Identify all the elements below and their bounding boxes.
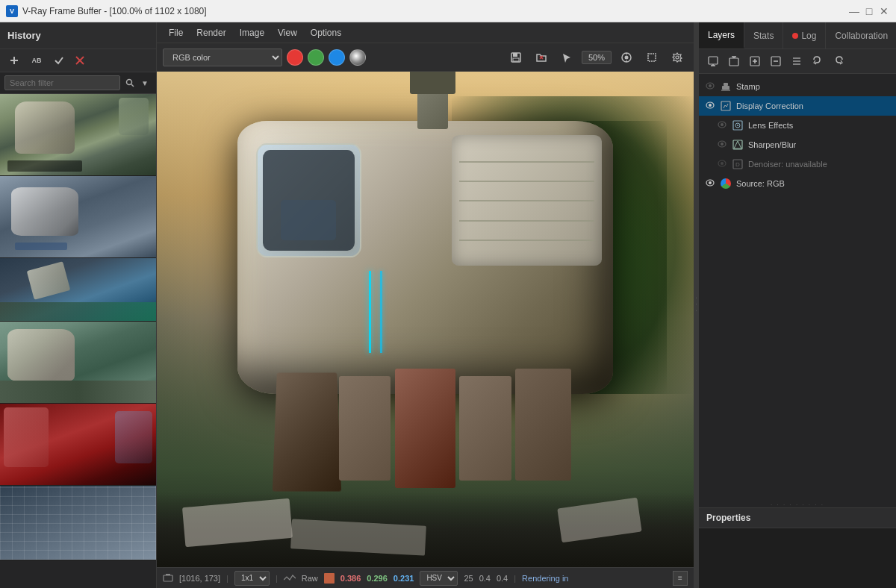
svg-point-54 <box>721 162 724 165</box>
svg-line-43 <box>727 104 728 107</box>
svg-point-58 <box>709 181 712 184</box>
navigate-button[interactable] <box>556 48 577 67</box>
minimize-button[interactable]: — <box>848 6 860 16</box>
layer-sharpen-blur[interactable]: Sharpen/Blur <box>711 135 896 154</box>
layer-stamp-name: Stamp <box>736 82 760 91</box>
layer-list-view-button[interactable] <box>787 52 806 70</box>
restore-button[interactable]: □ <box>863 6 875 16</box>
status-s: 0.4 <box>479 574 491 583</box>
render-start-button[interactable] <box>616 48 637 67</box>
svg-rect-8 <box>513 58 519 61</box>
render-settings-button[interactable] <box>667 48 688 67</box>
colorspace-select[interactable]: HSV <box>420 571 458 586</box>
blue-channel-dot[interactable] <box>329 49 345 66</box>
right-tabs: Layers Stats Log Collaboration <box>699 22 896 49</box>
menu-file[interactable]: File <box>163 25 189 40</box>
layer-eye-stamp[interactable] <box>705 81 715 92</box>
history-item[interactable] <box>0 486 156 560</box>
svg-point-45 <box>721 123 724 126</box>
layer-eye-denoiser[interactable] <box>717 159 727 169</box>
status-menu-button[interactable]: ≡ <box>673 571 688 586</box>
svg-rect-22 <box>729 58 738 66</box>
history-ab-button[interactable]: AB <box>25 52 48 69</box>
layer-eye-source[interactable] <box>705 178 715 189</box>
svg-point-16 <box>676 56 679 59</box>
history-panel: History AB ▼ <box>0 22 157 588</box>
close-button[interactable]: ✕ <box>878 6 890 16</box>
history-delete-button[interactable] <box>70 52 90 69</box>
layer-denoiser[interactable]: D Denoiser: unavailable <box>711 154 896 174</box>
save-button[interactable] <box>505 48 526 67</box>
status-h: 25 <box>464 574 473 583</box>
history-item[interactable] <box>0 258 156 322</box>
history-accept-button[interactable] <box>49 52 69 69</box>
layer-remove-button[interactable] <box>766 52 785 70</box>
tab-log[interactable]: Log <box>783 22 826 49</box>
tab-stats[interactable]: Stats <box>744 22 783 49</box>
sampling-select[interactable]: 1x1 <box>234 571 270 586</box>
render-region-button[interactable] <box>641 48 662 67</box>
status-v: 0.4 <box>497 574 508 583</box>
svg-point-12 <box>625 55 629 59</box>
status-coords: [1016, 173] <box>179 574 220 583</box>
history-item[interactable] <box>0 94 156 176</box>
lens-icon <box>732 119 744 131</box>
history-item[interactable] <box>0 404 156 486</box>
history-title: History <box>7 30 41 41</box>
history-item[interactable] <box>0 322 156 404</box>
layer-add-up-button[interactable] <box>724 52 744 70</box>
svg-rect-37 <box>721 90 730 91</box>
svg-marker-52 <box>734 141 741 148</box>
history-add-button[interactable] <box>4 52 24 69</box>
red-channel-dot[interactable] <box>287 49 303 66</box>
drag-handle[interactable]: · · · · · · · · · <box>699 501 896 507</box>
green-channel-dot[interactable] <box>308 49 324 66</box>
layer-eye-sharpen[interactable] <box>717 140 727 150</box>
layer-eye-lens[interactable] <box>717 120 727 131</box>
svg-point-48 <box>737 125 738 126</box>
search-filter-icon[interactable]: ▼ <box>138 76 152 90</box>
history-item[interactable] <box>0 176 156 258</box>
channel-select[interactable]: RGB color Alpha Z-depth <box>163 49 282 66</box>
right-panel: Layers Stats Log Collaboration <box>698 22 896 588</box>
svg-line-5 <box>131 84 134 87</box>
layer-stamp[interactable]: Stamp <box>699 77 896 96</box>
title-bar-controls: — □ ✕ <box>848 6 890 16</box>
tab-collaboration[interactable]: Collaboration <box>826 22 896 49</box>
layer-add-button[interactable] <box>745 52 765 70</box>
open-button[interactable] <box>531 48 552 67</box>
window-title: V-Ray Frame Buffer - [100.0% of 1102 x 1… <box>22 6 207 16</box>
status-value-r: 0.386 <box>340 574 361 583</box>
layer-undo-button[interactable] <box>808 52 827 70</box>
mono-channel-dot[interactable] <box>349 49 366 66</box>
layer-add-down-button[interactable] <box>703 52 723 70</box>
layer-lens-effects[interactable]: Lens Effects <box>711 116 896 135</box>
svg-text:D: D <box>735 161 740 168</box>
properties-header: Properties <box>699 508 896 528</box>
tab-layers[interactable]: Layers <box>699 22 744 49</box>
search-bar: ▼ <box>0 72 156 94</box>
sharpen-icon <box>732 139 744 151</box>
waveform-icon <box>284 574 296 583</box>
viewport[interactable] <box>157 72 694 567</box>
zoom-display: 50% <box>582 51 612 64</box>
properties-title: Properties <box>706 513 750 523</box>
stamp-icon <box>720 81 732 93</box>
layer-redo-button[interactable] <box>829 52 848 70</box>
menu-image[interactable]: Image <box>234 25 270 40</box>
svg-point-39 <box>709 104 712 107</box>
layer-lens-name: Lens Effects <box>748 121 793 130</box>
search-submit-icon[interactable] <box>123 76 137 90</box>
menu-options[interactable]: Options <box>305 25 347 40</box>
layer-eye-correction[interactable] <box>705 101 715 111</box>
menu-render[interactable]: Render <box>190 25 231 40</box>
menu-view[interactable]: View <box>272 25 303 40</box>
rendering-status: Rendering in <box>522 574 568 583</box>
denoiser-icon: D <box>732 158 744 170</box>
svg-rect-19 <box>709 57 718 64</box>
search-input[interactable] <box>4 75 120 90</box>
properties-section: Properties <box>699 507 896 588</box>
layer-display-correction[interactable]: Display Correction <box>699 96 896 116</box>
title-bar: V V-Ray Frame Buffer - [100.0% of 1102 x… <box>0 0 896 22</box>
layer-source-rgb[interactable]: Source: RGB <box>699 174 896 193</box>
